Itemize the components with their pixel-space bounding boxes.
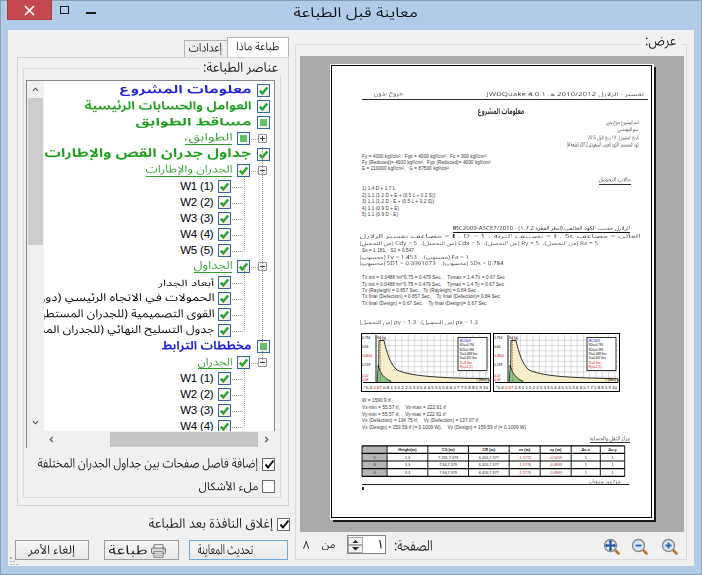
svg-text:3.3: 3.3 <box>405 471 410 475</box>
svg-text:CG (m): CG (m) <box>442 447 456 452</box>
svg-text:7.261,7.373: 7.261,7.373 <box>438 456 458 460</box>
svg-text:-0.4993: -0.4993 <box>549 463 562 467</box>
svg-text:1: 1 <box>585 471 587 475</box>
svg-text:1: 1 <box>611 463 613 467</box>
svg-text:ex (m): ex (m) <box>519 447 531 452</box>
svg-text:-0.4993: -0.4993 <box>549 471 562 475</box>
svg-text:1: 1 <box>611 471 613 475</box>
svg-text:1: 1 <box>611 456 613 460</box>
svg-text:-0.5016: -0.5016 <box>549 456 562 460</box>
svg-text:5: 5 <box>373 456 375 460</box>
svg-text:CR (m): CR (m) <box>482 447 495 452</box>
svg-text:1: 1 <box>585 456 587 460</box>
svg-text:7.34,7.379: 7.34,7.379 <box>439 463 457 467</box>
svg-text:Δx-x: Δx-x <box>582 447 591 452</box>
svg-text:-1.1776: -1.1776 <box>518 471 531 475</box>
svg-text:3: 3 <box>373 463 375 467</box>
svg-text:-1.1776: -1.1776 <box>518 463 531 467</box>
svg-text:-1.1772: -1.1772 <box>518 456 531 460</box>
svg-text:4: 4 <box>373 471 375 475</box>
svg-text:1: 1 <box>585 463 587 467</box>
svg-text:6.416,7.377: 6.416,7.377 <box>479 471 499 475</box>
svg-text:3.3: 3.3 <box>405 463 410 467</box>
svg-text:7.34,7.379: 7.34,7.379 <box>439 471 457 475</box>
svg-text:3.3: 3.3 <box>405 456 410 460</box>
svg-text:6.416,7.377: 6.416,7.377 <box>479 456 499 460</box>
svg-text:ey (m): ey (m) <box>550 447 562 452</box>
svg-text:6.416,7.377: 6.416,7.377 <box>479 463 499 467</box>
svg-text:Height(m): Height(m) <box>398 447 417 452</box>
svg-text:Δx-y: Δx-y <box>608 447 617 452</box>
